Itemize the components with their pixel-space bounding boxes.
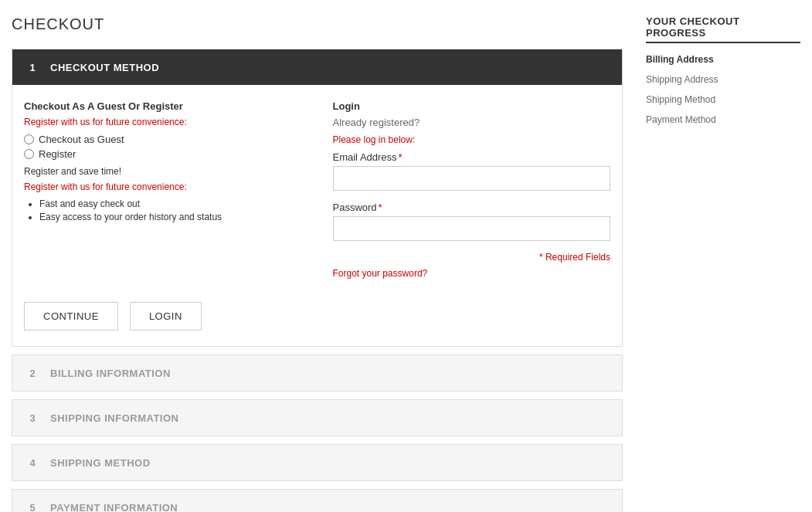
guest-register-title: Checkout As A Guest Or Register [24,100,302,112]
email-required-star: * [399,151,403,163]
step-2-header: 2 BILLING INFORMATION [12,355,622,391]
step-3-number: 3 [24,409,41,426]
step-1-content: Checkout As A Guest Or Register Register… [12,85,622,294]
login-prompt: Please log in below: [333,134,611,145]
email-label: Email Address* [333,151,611,163]
step-1-section: 1 CHECKOUT METHOD Checkout As A Guest Or… [12,49,623,347]
step-1-buttons: CONTINUE LOGIN [12,294,622,346]
password-input[interactable] [333,216,611,241]
email-input[interactable] [333,166,611,191]
left-panel: Checkout As A Guest Or Register Register… [24,100,302,279]
password-label: Password* [333,202,611,213]
sidebar-item-shipping-address: Shipping Address [646,70,800,90]
step-5-number: 5 [24,499,41,512]
step-5-title: PAYMENT INFORMATION [50,502,178,513]
register-option-text: Register [39,148,76,160]
step-2-number: 2 [24,365,41,381]
step-5-section: 5 PAYMENT INFORMATION [12,489,623,512]
guest-option-label[interactable]: Checkout as Guest [24,134,302,145]
forgot-password-link[interactable]: Forgot your password? [333,268,428,279]
guest-radio[interactable] [24,134,34,144]
continue-button[interactable]: CONTINUE [24,302,118,331]
sidebar: YOUR CHECKOUT PROGRESS Billing Address S… [646,15,800,512]
step-3-header: 3 SHIPPING INFORMATION [12,400,622,436]
benefit-1: Fast and easy check out [39,198,302,209]
guest-option-text: Checkout as Guest [39,134,124,145]
register-prompt-2: Register with us for future convenience: [24,181,302,192]
register-radio[interactable] [24,149,34,159]
required-fields-note: * Required Fields [333,252,611,263]
right-panel: Login Already registered? Please log in … [333,100,611,279]
login-button[interactable]: LOGIN [130,302,202,331]
sidebar-title: YOUR CHECKOUT PROGRESS [646,15,800,43]
sidebar-item-payment-method: Payment Method [646,110,800,130]
step-2-title: BILLING INFORMATION [50,368,171,379]
step-2-section: 2 BILLING INFORMATION [12,354,623,392]
step-3-section: 3 SHIPPING INFORMATION [12,399,623,436]
checkout-options: Checkout as Guest Register [24,134,302,160]
login-title: Login [333,100,611,112]
step-4-section: 4 SHIPPING METHOD [12,444,623,481]
page-title: CHECKOUT [12,15,623,33]
already-registered: Already registered? [333,117,611,128]
benefits-list: Fast and easy check out Easy access to y… [24,198,302,222]
main-content: CHECKOUT 1 CHECKOUT METHOD Checkout As A… [12,15,646,512]
step-3-title: SHIPPING INFORMATION [50,412,178,424]
save-time-text: Register and save time! [24,166,302,177]
step-4-number: 4 [24,454,41,471]
step-4-header: 4 SHIPPING METHOD [12,445,622,480]
sidebar-item-billing: Billing Address [646,49,800,70]
benefit-2: Easy access to your order history and st… [39,212,302,222]
register-prompt-1: Register with us for future convenience: [24,117,302,127]
register-option-label[interactable]: Register [24,148,302,160]
step-1-number: 1 [24,59,41,76]
step-1-title: CHECKOUT METHOD [50,62,159,73]
password-required-star: * [379,202,382,213]
step-5-header: 5 PAYMENT INFORMATION [12,490,622,512]
step-1-header: 1 CHECKOUT METHOD [12,49,622,85]
step-4-title: SHIPPING METHOD [50,457,151,469]
email-field-group: Email Address* [333,151,611,191]
sidebar-item-shipping-method: Shipping Method [646,90,800,110]
password-field-group: Password* [333,202,611,241]
